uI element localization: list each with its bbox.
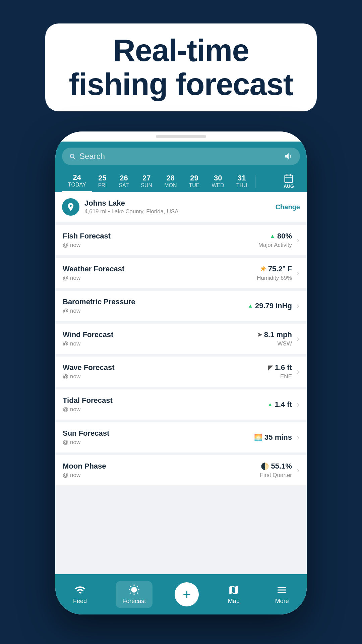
baro-trend-icon: ▲ xyxy=(248,303,253,309)
barometric-forecast-row[interactable]: Barometric Pressure @ now ▲ 29.79 inHg › xyxy=(55,291,307,321)
map-icon xyxy=(228,584,239,596)
change-location-button[interactable]: Change xyxy=(276,203,300,211)
app-content: Johns Lake 4,619 mi • Lake County, Flori… xyxy=(55,192,307,574)
nav-add-button[interactable]: + xyxy=(175,582,199,606)
calendar-icon xyxy=(284,173,294,183)
moon-forecast-left: Moon Phase @ now xyxy=(63,462,260,479)
phone-notch xyxy=(55,131,307,142)
wind-forecast-left: Wind Forecast @ now xyxy=(63,330,257,347)
date-tab-tue[interactable]: 29 TUE xyxy=(183,171,205,192)
nav-more[interactable]: More xyxy=(268,581,296,608)
wave-forecast-row[interactable]: Wave Forecast @ now ◤ 1.6 ft ENE › xyxy=(55,357,307,387)
nav-divider xyxy=(255,175,255,188)
fish-forecast-left: Fish Forecast @ now xyxy=(63,232,258,249)
fish-forecast-right: ▲ 80% Major Activity xyxy=(258,232,292,249)
barometric-forecast-left: Barometric Pressure @ now xyxy=(63,298,248,314)
search-bar[interactable]: Search xyxy=(62,148,300,165)
phone-frame: Search 24 TODAY 25 FRI 26 SAT 27 SUN xyxy=(55,131,307,614)
wind-forecast-row[interactable]: Wind Forecast @ now ➤ 8.1 mph WSW › xyxy=(55,324,307,354)
nav-feed[interactable]: Feed xyxy=(66,581,94,608)
nav-feed-label: Feed xyxy=(73,598,87,605)
bottom-nav: Feed Forecast + Map More xyxy=(55,574,307,614)
nav-more-label: More xyxy=(275,598,289,605)
date-tabs: 24 TODAY 25 FRI 26 SAT 27 SUN 28 MON 29 … xyxy=(62,170,300,192)
location-sub: 4,619 mi • Lake County, Florida, USA xyxy=(84,208,270,215)
weather-forecast-left: Weather Forecast @ now xyxy=(63,265,257,281)
calendar-month: AUG xyxy=(284,183,294,189)
baro-chevron-icon: › xyxy=(297,301,299,311)
nav-forecast-label: Forecast xyxy=(122,598,146,605)
forecast-list: Fish Forecast @ now ▲ 80% Major Activity… xyxy=(55,225,307,488)
wave-forecast-right: ◤ 1.6 ft ENE xyxy=(268,363,292,380)
more-menu-icon xyxy=(276,584,288,596)
calendar-tab[interactable]: AUG xyxy=(278,171,300,192)
date-tab-wed[interactable]: 30 WED xyxy=(205,171,230,192)
wave-direction-icon: ◤ xyxy=(268,364,273,371)
tidal-trend-icon: ▲ xyxy=(267,401,273,408)
app-tagline-text: Real-time fishing forecast xyxy=(69,34,293,101)
wave-chevron-icon: › xyxy=(297,367,299,376)
moon-forecast-right: 🌓 55.1% First Quarter xyxy=(260,462,292,479)
moon-chevron-icon: › xyxy=(297,466,299,475)
sun-chevron-icon: › xyxy=(297,433,299,442)
location-info: Johns Lake 4,619 mi • Lake County, Flori… xyxy=(84,199,270,215)
date-tab-mon[interactable]: 28 MON xyxy=(158,171,183,192)
location-icon xyxy=(66,202,75,212)
feed-icon xyxy=(74,584,86,596)
location-avatar xyxy=(62,198,79,216)
sun-forecast-row[interactable]: Sun Forecast @ now 🌅 35 mins › xyxy=(55,422,307,452)
tidal-forecast-row[interactable]: Tidal Forecast @ now ▲ 1.4 ft › xyxy=(55,389,307,420)
svg-rect-0 xyxy=(285,175,293,183)
fish-forecast-row[interactable]: Fish Forecast @ now ▲ 80% Major Activity… xyxy=(55,225,307,255)
weather-forecast-row[interactable]: Weather Forecast @ now ☀ 75.2° F Humidit… xyxy=(55,258,307,288)
wind-chevron-icon: › xyxy=(297,334,299,343)
wind-direction-icon: ➤ xyxy=(257,331,262,338)
moon-forecast-row[interactable]: Moon Phase @ now 🌓 55.1% First Quarter › xyxy=(55,455,307,485)
weather-chevron-icon: › xyxy=(297,268,299,278)
sun-sunset-icon: 🌅 xyxy=(254,433,262,441)
weather-forecast-right: ☀ 75.2° F Humidity 69% xyxy=(257,265,292,281)
app-header: Search 24 TODAY 25 FRI 26 SAT 27 SUN xyxy=(55,142,307,192)
search-icon xyxy=(69,153,76,160)
sun-forecast-left: Sun Forecast @ now xyxy=(63,429,254,446)
date-tab-fri[interactable]: 25 FRI xyxy=(92,171,113,192)
search-placeholder: Search xyxy=(79,152,281,161)
nav-map[interactable]: Map xyxy=(221,581,246,608)
wind-forecast-right: ➤ 8.1 mph WSW xyxy=(257,330,292,347)
weather-sun-icon: ☀ xyxy=(260,265,266,273)
date-tab-sun[interactable]: 27 SUN xyxy=(135,171,158,192)
fish-chevron-icon: › xyxy=(297,235,299,245)
megaphone-icon xyxy=(284,152,293,161)
app-tagline: Real-time fishing forecast xyxy=(45,23,316,111)
nav-forecast[interactable]: Forecast xyxy=(116,581,153,608)
tidal-forecast-right: ▲ 1.4 ft xyxy=(267,400,292,409)
tidal-forecast-left: Tidal Forecast @ now xyxy=(63,396,267,413)
sun-forecast-right: 🌅 35 mins xyxy=(254,433,292,442)
location-name: Johns Lake xyxy=(84,199,270,208)
moon-phase-icon: 🌓 xyxy=(261,462,269,470)
fish-trend-icon: ▲ xyxy=(270,233,275,239)
tidal-chevron-icon: › xyxy=(297,400,299,409)
barometric-forecast-right: ▲ 29.79 inHg xyxy=(248,302,292,310)
wave-forecast-left: Wave Forecast @ now xyxy=(63,363,268,380)
location-bar: Johns Lake 4,619 mi • Lake County, Flori… xyxy=(55,192,307,222)
date-tab-thu[interactable]: 31 THU xyxy=(230,171,253,192)
date-tab-sat[interactable]: 26 SAT xyxy=(113,171,135,192)
plus-icon: + xyxy=(183,587,191,601)
nav-map-label: Map xyxy=(228,598,240,605)
forecast-icon xyxy=(128,584,140,596)
date-tab-today[interactable]: 24 TODAY xyxy=(62,170,92,192)
